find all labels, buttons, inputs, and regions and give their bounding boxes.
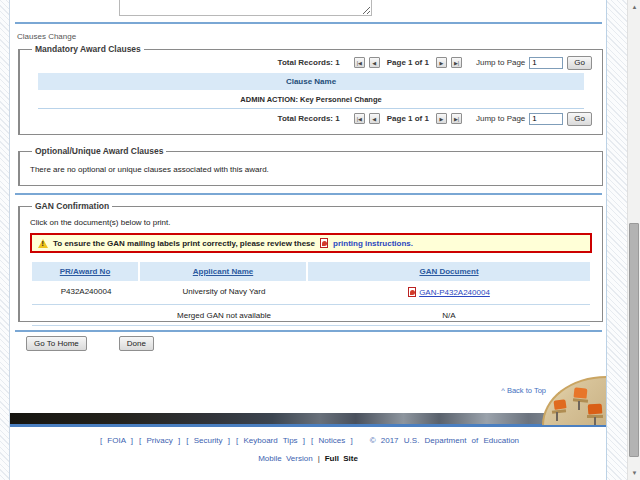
go-to-home-button[interactable]: Go To Home (26, 336, 87, 351)
next-page-button[interactable]: ▶ (436, 57, 447, 68)
last-page-button[interactable]: ▶| (451, 113, 462, 124)
gan-confirmation-section: GAN Confirmation Click on the document(s… (18, 201, 603, 322)
bracket: ] (350, 436, 352, 445)
gan-document-link[interactable]: GAN-P432A240004 (419, 288, 490, 297)
page-title: Clauses Change (17, 32, 76, 41)
total-records-label: Total Records: (278, 114, 333, 123)
no-optional-clauses-message: There are no optional or unique clauses … (30, 165, 594, 174)
desk-leg-shape (594, 417, 596, 425)
scroll-down-arrow-icon[interactable]: ▼ (628, 467, 640, 479)
full-site-label: Full Site (325, 454, 358, 463)
gan-table-row: P432A240004 University of Navy Yard GAN-… (32, 281, 590, 305)
gan-legend: GAN Confirmation (32, 201, 112, 211)
footer-link-notices[interactable]: Notices (313, 436, 350, 445)
classroom-photo (542, 376, 606, 425)
pr-award-no-cell (32, 305, 140, 325)
bracket: ] (131, 436, 133, 445)
mobile-version-link[interactable]: Mobile Version (258, 454, 312, 463)
optional-legend: Optional/Unique Award Clauses (32, 146, 166, 156)
gan-document-table: PR/Award No Applicant Name GAN Document … (32, 262, 590, 326)
bracket: ] (228, 436, 230, 445)
total-records: Total Records: 1 (278, 114, 340, 123)
jump-to-page-label: Jump to Page (476, 58, 525, 67)
footer-link-group: [ Keyboard Tips ] (236, 436, 305, 445)
warning-icon: ! (38, 239, 48, 248)
jump-to-page-input[interactable] (529, 113, 563, 125)
footer-site-mode-row: Mobile Version|Full Site (10, 454, 606, 463)
prev-page-button[interactable]: ◀ (369, 113, 380, 124)
gan-document-cell: N/A (308, 305, 590, 325)
warning-text: To ensure the GAN mailing labels print c… (53, 239, 315, 248)
copyright-text: © 2017 U.S. Department of Education (370, 436, 519, 445)
browser-viewport: Clauses Change Mandatory Award Clauses T… (0, 0, 640, 480)
sort-pr-award-no-link[interactable]: PR/Award No (60, 267, 111, 276)
footer-link-group: [ Security ] (186, 436, 230, 445)
done-button[interactable]: Done (119, 336, 154, 351)
print-instruction-text: Click on the document(s) below to print. (30, 218, 594, 227)
first-page-button[interactable]: |◀ (354, 57, 365, 68)
total-records-label: Total Records: (278, 58, 333, 67)
go-button[interactable]: Go (567, 112, 592, 126)
section-divider-top (15, 22, 602, 24)
header-cell: Applicant Name (140, 262, 308, 281)
gan-document-cell: GAN-P432A240004 (308, 281, 590, 304)
bracket: ] (303, 436, 305, 445)
footer-link-keyboard-tips[interactable]: Keyboard Tips (238, 436, 303, 445)
footer-banner-image (10, 413, 606, 427)
footer-link-group: [ Privacy ] (139, 436, 180, 445)
page-footer: [ FOIA ][ Privacy ][ Security ][ Keyboar… (10, 436, 606, 463)
footer-link-group: [ FOIA ] (100, 436, 133, 445)
back-to-top-link[interactable]: ^ Back to Top (501, 386, 546, 395)
footer-links: [ FOIA ][ Privacy ][ Security ][ Keyboar… (97, 436, 356, 445)
page-indicator: Page 1 of 1 (387, 58, 429, 67)
clause-name-column-header: Clause Name (38, 73, 584, 90)
footer-separator: | (318, 454, 320, 463)
clause-row: ADMIN ACTION: Key Personnel Change (38, 90, 584, 109)
total-records-value: 1 (335, 114, 339, 123)
desk-shape (573, 398, 588, 402)
footer-link-group: [ Notices ] (311, 436, 353, 445)
footer-links-row: [ FOIA ][ Privacy ][ Security ][ Keyboar… (10, 436, 606, 445)
desk-leg-shape (556, 412, 558, 421)
sort-applicant-name-link[interactable]: Applicant Name (193, 267, 253, 276)
applicant-name-cell: Merged GAN not available (140, 305, 308, 325)
clause-table: Clause Name ADMIN ACTION: Key Personnel … (38, 73, 584, 109)
page-content: Clauses Change Mandatory Award Clauses T… (9, 0, 607, 480)
pagination-bar-bottom: Total Records: 1 |◀ ◀ Page 1 of 1 ▶ ▶| J… (28, 111, 594, 126)
next-page-button[interactable]: ▶ (436, 113, 447, 124)
optional-unique-clauses-section: Optional/Unique Award Clauses There are … (18, 146, 603, 186)
prev-page-button[interactable]: ◀ (369, 57, 380, 68)
desk-leg-shape (578, 401, 580, 410)
scrollbar-thumb[interactable] (629, 223, 639, 457)
total-records-value: 1 (335, 58, 339, 67)
mandatory-legend: Mandatory Award Clauses (32, 44, 144, 54)
applicant-name-cell: University of Navy Yard (140, 281, 308, 304)
bracket: ] (178, 436, 180, 445)
vertical-scrollbar[interactable]: ▲ ▼ (627, 0, 640, 480)
pdf-icon[interactable] (408, 287, 416, 297)
go-button[interactable]: Go (567, 56, 592, 70)
action-button-row: Go To Home Done (26, 336, 154, 351)
scroll-up-arrow-icon[interactable]: ▲ (628, 1, 640, 13)
section-divider-bottom (15, 330, 602, 332)
chair-shape (588, 404, 603, 415)
footer-link-foia[interactable]: FOIA (102, 436, 131, 445)
last-page-button[interactable]: ▶| (451, 57, 462, 68)
header-cell: GAN Document (308, 262, 590, 281)
jump-to-page-input[interactable] (529, 57, 563, 69)
mandatory-award-clauses-section: Mandatory Award Clauses Total Records: 1… (18, 44, 603, 135)
gan-document-link-wrap: GAN-P432A240004 (408, 287, 490, 297)
comments-textarea[interactable] (119, 0, 372, 16)
header-cell: PR/Award No (32, 262, 140, 281)
total-records: Total Records: 1 (278, 58, 340, 67)
footer-link-privacy[interactable]: Privacy (141, 436, 178, 445)
chair-shape (553, 399, 566, 410)
gan-table-row: Merged GAN not available N/A (32, 305, 590, 326)
printing-instructions-link[interactable]: printing instructions. (333, 239, 413, 248)
footer-link-security[interactable]: Security (188, 436, 227, 445)
sort-gan-document-link[interactable]: GAN Document (419, 267, 478, 276)
pdf-icon[interactable] (320, 238, 328, 248)
gan-warning-banner: ! To ensure the GAN mailing labels print… (30, 233, 592, 253)
chair-shape (574, 387, 588, 398)
first-page-button[interactable]: |◀ (354, 113, 365, 124)
